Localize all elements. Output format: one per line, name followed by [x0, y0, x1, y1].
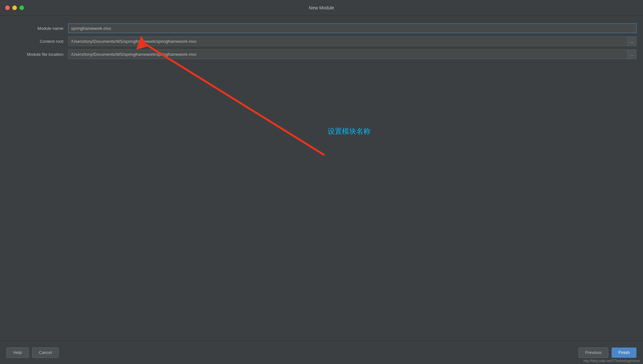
module-file-location-input[interactable]: [68, 49, 627, 59]
dialog-title: New Module: [309, 5, 334, 10]
module-file-location-label: Module file location:: [6, 52, 68, 57]
previous-button[interactable]: Previous: [578, 347, 609, 358]
module-file-location-row: Module file location: ...: [6, 49, 637, 59]
footer: Help Cancel Previous Finish: [0, 341, 643, 364]
footer-left-buttons: Help Cancel: [6, 347, 59, 358]
module-file-location-browse-button[interactable]: ...: [627, 49, 637, 59]
traffic-lights: [5, 6, 24, 10]
module-name-label: Module name:: [6, 26, 68, 31]
annotation-text: 设置模块名称: [328, 127, 370, 136]
content-root-browse-button[interactable]: ...: [627, 36, 637, 46]
module-file-location-field-group: ...: [68, 49, 637, 59]
content-root-field-group: ...: [68, 36, 637, 46]
content-area: Module name: Content root: ... Module fi…: [0, 16, 643, 341]
footer-right-buttons: Previous Finish: [578, 347, 637, 358]
new-module-dialog: New Module Module name: Content root: ..…: [0, 0, 643, 364]
module-name-input[interactable]: [68, 23, 637, 33]
minimize-button[interactable]: [12, 6, 17, 10]
maximize-button[interactable]: [19, 6, 24, 10]
module-name-row: Module name:: [6, 23, 637, 33]
watermark: http://blog.csdn.net/ITTechnologyHome: [584, 359, 640, 363]
close-button[interactable]: [5, 6, 10, 10]
finish-button[interactable]: Finish: [612, 347, 637, 358]
content-root-row: Content root: ...: [6, 36, 637, 46]
cancel-button[interactable]: Cancel: [32, 347, 59, 358]
title-bar: New Module: [0, 0, 643, 16]
content-root-label: Content root:: [6, 39, 68, 44]
help-button[interactable]: Help: [6, 347, 29, 358]
content-root-input[interactable]: [68, 36, 627, 46]
